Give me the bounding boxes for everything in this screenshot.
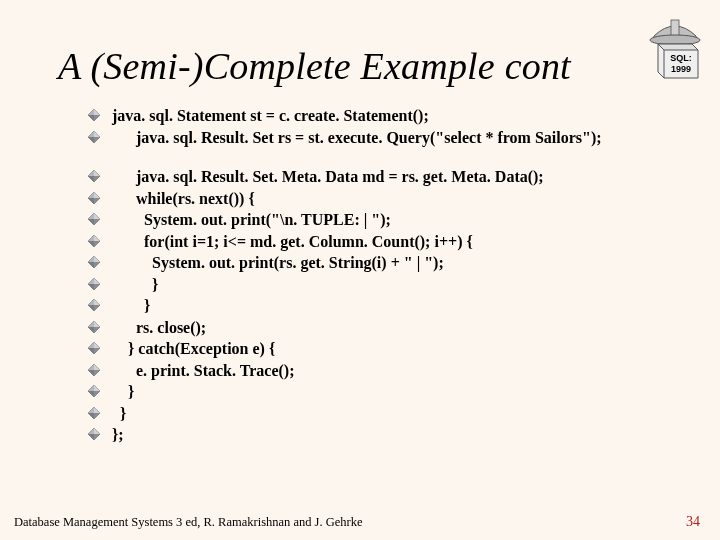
bullet-line: }: [88, 382, 648, 402]
diamond-bullet-icon: [88, 428, 100, 440]
bullet-line: for(int i=1; i<= md. get. Column. Count(…: [88, 232, 648, 252]
logo-text-top: SQL:: [670, 53, 692, 63]
svg-rect-0: [671, 20, 679, 36]
code-block-a: java. sql. Statement st = c. create. Sta…: [88, 106, 648, 147]
diamond-bullet-icon: [88, 256, 100, 268]
code-text: System. out. print(rs. get. String(i) + …: [112, 253, 648, 273]
diamond-bullet-icon: [88, 192, 100, 204]
code-text: } catch(Exception e) {: [112, 339, 648, 359]
code-text: while(rs. next()) {: [112, 189, 648, 209]
code-text: java. sql. Result. Set rs = st. execute.…: [112, 128, 648, 148]
svg-marker-6: [88, 115, 94, 121]
diamond-bullet-icon: [88, 385, 100, 397]
code-text: }: [112, 296, 648, 316]
page-number: 34: [686, 514, 700, 530]
diamond-bullet-icon: [88, 235, 100, 247]
diamond-bullet-icon: [88, 321, 100, 333]
bullet-line: java. sql. Result. Set. Meta. Data md = …: [88, 167, 648, 187]
code-text: System. out. print("\n. TUPLE: | ");: [112, 210, 648, 230]
code-text: };: [112, 425, 648, 445]
logo-text-bottom: 1999: [671, 64, 691, 74]
code-block-b: java. sql. Result. Set. Meta. Data md = …: [88, 167, 648, 445]
diamond-bullet-icon: [88, 407, 100, 419]
code-text: }: [112, 382, 648, 402]
diamond-bullet-icon: [88, 299, 100, 311]
code-text: for(int i=1; i<= md. get. Column. Count(…: [112, 232, 648, 252]
diamond-bullet-icon: [88, 342, 100, 354]
bullet-line: java. sql. Statement st = c. create. Sta…: [88, 106, 648, 126]
bullet-line: System. out. print("\n. TUPLE: | ");: [88, 210, 648, 230]
bullet-line: e. print. Stack. Trace();: [88, 361, 648, 381]
code-text: e. print. Stack. Trace();: [112, 361, 648, 381]
bullet-line: java. sql. Result. Set rs = st. execute.…: [88, 128, 648, 148]
code-text: }: [112, 275, 648, 295]
bullet-line: };: [88, 425, 648, 445]
diamond-bullet-icon: [88, 364, 100, 376]
code-text: rs. close();: [112, 318, 648, 338]
diamond-bullet-icon: [88, 278, 100, 290]
bullet-line: }: [88, 404, 648, 424]
diamond-bullet-icon: [88, 131, 100, 143]
svg-marker-4: [88, 109, 94, 115]
slide-title: A (Semi-)Complete Example cont: [58, 44, 571, 88]
bullet-line: System. out. print(rs. get. String(i) + …: [88, 253, 648, 273]
slide: A (Semi-)Complete Example cont SQL: 1999…: [0, 0, 720, 540]
bullet-line: }: [88, 296, 648, 316]
slide-body: java. sql. Statement st = c. create. Sta…: [88, 106, 648, 447]
diamond-bullet-icon: [88, 170, 100, 182]
bullet-line: rs. close();: [88, 318, 648, 338]
bullet-line: while(rs. next()) {: [88, 189, 648, 209]
bullet-line: } catch(Exception e) {: [88, 339, 648, 359]
code-text: }: [112, 404, 648, 424]
footer-text: Database Management Systems 3 ed, R. Ram…: [14, 515, 363, 530]
code-text: java. sql. Statement st = c. create. Sta…: [112, 106, 648, 126]
code-text: java. sql. Result. Set. Meta. Data md = …: [112, 167, 648, 187]
svg-marker-5: [94, 115, 100, 121]
diamond-bullet-icon: [88, 213, 100, 225]
sql-1999-logo: SQL: 1999: [644, 14, 706, 84]
diamond-bullet-icon: [88, 109, 100, 121]
bullet-line: }: [88, 275, 648, 295]
svg-marker-3: [94, 109, 100, 115]
